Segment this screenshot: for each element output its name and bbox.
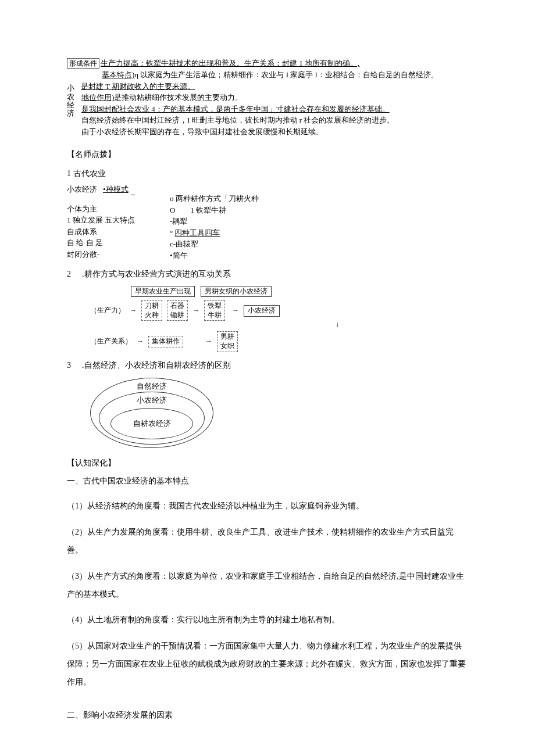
deep-p2: （2）从生产力发展的角度看：使用牛耕、改良生产工具、改进生产技术，使精耕细作的农… (67, 524, 468, 560)
vertical-label: 小 农 经 济 (67, 84, 77, 117)
formation-badge: 形成条件 (67, 58, 99, 69)
line-revenue: 是封建 T 期财政收入的主要来源。 (81, 81, 195, 92)
role-label: 地位作用) (81, 92, 114, 103)
deep-p1: （1）从经济结构的角度看：我国古代农业经济以种植业为主，以家庭饲养业为辅。 (67, 497, 468, 515)
diagram-venn: 自然经济 小农经济 自耕农经济 (79, 375, 224, 451)
tutor-head: 【名师点拨】 (67, 148, 468, 161)
item-1-title: 1 古代农业 (67, 167, 468, 180)
deep-p3: （3）从生产方式的角度看：以家庭为单位，农业和家庭手工业相结合，自给自足的自然经… (67, 568, 468, 604)
outline-right: o 两种耕作方式「刀耕火种 O 1 铁犁牛耕 -耦犁 ° 四种工具四车 c-曲辕… (170, 193, 259, 261)
item-3-title: .自然经济、小农经济和自耕农经济的区别 (82, 359, 231, 372)
line-persist: 由于小农经济长期牢固的存在，导致中国封建社会发展缓慢和长期延续。 (81, 127, 323, 137)
concept-map-block: 形成条件 生产力提高：铁犁牛耕技术的出现和普及。生产关系：封建 1 地所有制的确… (67, 58, 468, 138)
deep-p4: （4）从土地所有制的角度看：实行以地主所有制为主导的封建土地私有制。 (67, 611, 468, 629)
feature-text: η 以家庭为生产生活单位；精耕细作：农业与 I 家庭手 I：业相结合：自给自足的… (134, 70, 438, 80)
deep-t2: 二、影响小农经济发展的因素 (67, 707, 468, 725)
num-2: 2 (67, 268, 75, 281)
item-2-title: .耕作方式与农业经营方式演进的互动关系 (82, 268, 231, 281)
num-3: 3 (67, 359, 75, 372)
line-mode: 是我国封配社会农业 4：产的基本模式，是两千多年中国」寸建社会存在和发履的经济基… (81, 104, 390, 114)
mode-underline (131, 187, 135, 195)
deep-p5: （5）从国家对农业生产的干预情况看：一方面国家集中大量人力、物力修建水利工程，为… (67, 637, 468, 691)
feature-label: 基本特点) (102, 70, 134, 80)
deep-t1: 一、古代中国农业经济的基本特点 (67, 473, 468, 489)
formation-text: 生产力提高：铁犁牛耕技术的出现和普及。生产关系：封建 1 地所有制的确。, (101, 58, 359, 69)
diagram-evolution: 早期农业生产出现 男耕女织的小农经济 （生产力） → 刀耕火种 石器锄耕 → 铁… (90, 286, 468, 352)
deep-head: 【认知深化】 (67, 457, 468, 470)
role-text: 是推动粘耕细作技术发展的主要动力。 (114, 92, 242, 103)
agriculture-outline: 小农经济 •种模式 个体为主 1 独立发展 五大特点 自成体系 自 给 自 足 … (67, 184, 468, 261)
line-natural: 自然经济始终在中国封江经济，I 旺删主导地位，彼长时期内推动 r 社会的发展和经… (81, 115, 394, 126)
outline-left: 小农经济 •种模式 个体为主 1 独立发展 五大特点 自成体系 自 给 自 足 … (67, 184, 135, 261)
